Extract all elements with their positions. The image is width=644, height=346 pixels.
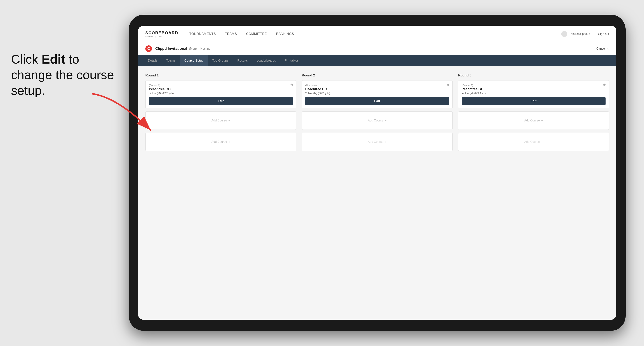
round-1-edit-button[interactable]: Edit <box>149 97 293 105</box>
add-course-text-r1-1: Add Course + <box>212 119 230 122</box>
add-course-text-r2-2: Add Course + <box>368 140 386 144</box>
plus-icon-r2-2: + <box>385 140 386 144</box>
top-navigation: SCOREBOARD Powered by clippd TOURNAMENTS… <box>138 26 616 42</box>
nav-committee[interactable]: COMMITTEE <box>246 32 267 36</box>
rounds-grid: Round 1 🗑 (Course A) Peachtree GC Yellow… <box>145 73 609 154</box>
nav-tournaments[interactable]: TOURNAMENTS <box>189 32 216 36</box>
round-2-course-name: Peachtree GC <box>305 87 449 91</box>
tab-printables[interactable]: Printables <box>280 55 303 66</box>
tab-course-setup[interactable]: Course Setup <box>180 55 208 66</box>
round-2-title: Round 2 <box>302 73 453 77</box>
round-2-course-details: Yellow (M) (6629 yds) <box>305 92 449 95</box>
close-icon: ✕ <box>607 47 609 50</box>
round-1-course-details: Yellow (M) (6629 yds) <box>149 92 293 95</box>
tournament-division: (Men) <box>189 47 197 50</box>
plus-icon-r3-1: + <box>541 119 543 122</box>
logo-sub: Powered by clippd <box>145 35 178 37</box>
nav-links: TOURNAMENTS TEAMS COMMITTEE RANKINGS <box>189 32 561 36</box>
trash-icon-round2[interactable]: 🗑 <box>446 83 450 87</box>
user-email: blair@clippd.io <box>571 32 590 36</box>
plus-icon-r1-1: + <box>228 119 230 122</box>
round-2-add-course-1[interactable]: Add Course + <box>302 111 453 130</box>
round-3-add-course-2: Add Course + <box>458 133 609 151</box>
round-2-add-course-2: Add Course + <box>302 133 453 151</box>
round-1-course-label: (Course A) <box>149 84 293 87</box>
tablet-screen: SCOREBOARD Powered by clippd TOURNAMENTS… <box>138 26 616 320</box>
round-3-column: Round 3 🗑 (Course A) Peachtree GC Yellow… <box>458 73 609 154</box>
trash-icon-round3[interactable]: 🗑 <box>603 83 606 87</box>
cancel-button[interactable]: Cancel ✕ <box>596 47 609 50</box>
round-1-course-name: Peachtree GC <box>149 87 293 91</box>
tab-teams[interactable]: Teams <box>162 55 180 66</box>
tab-leaderboards[interactable]: Leaderboards <box>252 55 280 66</box>
add-course-text-r2-1: Add Course + <box>368 119 386 122</box>
tab-details[interactable]: Details <box>144 55 162 66</box>
round-3-title: Round 3 <box>458 73 609 77</box>
round-3-course-details: Yellow (M) (6629 yds) <box>462 92 606 95</box>
nav-rankings[interactable]: RANKINGS <box>276 32 294 36</box>
tournament-name: Clippd Invitational <box>155 46 187 51</box>
round-3-course-name: Peachtree GC <box>462 87 606 91</box>
round-2-edit-button[interactable]: Edit <box>305 97 449 105</box>
content-area: Round 1 🗑 (Course A) Peachtree GC Yellow… <box>138 66 616 320</box>
nav-teams[interactable]: TEAMS <box>225 32 237 36</box>
add-course-text-r3-1: Add Course + <box>524 119 543 122</box>
avatar <box>561 31 567 37</box>
logo-area: SCOREBOARD Powered by clippd <box>145 30 178 37</box>
round-3-course-card: 🗑 (Course A) Peachtree GC Yellow (M) (66… <box>458 80 609 108</box>
plus-icon-r3-2: + <box>541 140 543 144</box>
plus-icon-r1-2: + <box>228 140 230 144</box>
tournament-logo: C <box>145 45 152 52</box>
add-course-text-r3-2: Add Course + <box>524 140 543 144</box>
round-2-column: Round 2 🗑 (Course A) Peachtree GC Yellow… <box>302 73 453 154</box>
tab-bar: Details Teams Course Setup Tee Groups Re… <box>138 55 616 66</box>
instruction-panel: Click Edit to change the course setup. <box>0 0 129 346</box>
add-course-text-r1-2: Add Course + <box>212 140 230 144</box>
tab-tee-groups[interactable]: Tee Groups <box>208 55 233 66</box>
sign-out-link[interactable]: Sign out <box>598 32 609 36</box>
tablet-device: SCOREBOARD Powered by clippd TOURNAMENTS… <box>129 15 626 331</box>
logo-scoreboard: SCOREBOARD <box>145 30 178 35</box>
plus-icon-r2-1: + <box>385 119 386 122</box>
tournament-bar: C Clippd Invitational (Men) Hosting Canc… <box>138 42 616 55</box>
nav-separator: | <box>594 32 594 36</box>
tab-results[interactable]: Results <box>233 55 252 66</box>
tournament-status: Hosting <box>200 47 210 50</box>
arrow-graphic <box>81 86 169 138</box>
round-2-course-label: (Course A) <box>305 84 449 87</box>
nav-right: blair@clippd.io | Sign out <box>561 31 609 37</box>
round-3-add-course-1[interactable]: Add Course + <box>458 111 609 130</box>
round-3-edit-button[interactable]: Edit <box>462 97 606 105</box>
trash-icon-round1[interactable]: 🗑 <box>290 83 294 87</box>
round-3-course-label: (Course A) <box>462 84 606 87</box>
round-2-course-card: 🗑 (Course A) Peachtree GC Yellow (M) (66… <box>302 80 453 108</box>
round-1-title: Round 1 <box>145 73 296 77</box>
